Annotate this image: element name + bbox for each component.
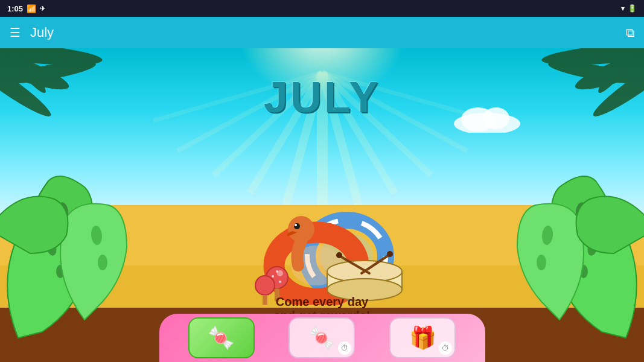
svg-point-63 (279, 281, 281, 283)
status-bar: 1:05 📶 ✈ ▾ 🔋 (0, 0, 644, 17)
month-title: JULY (264, 72, 380, 122)
main-scene: JULY (0, 48, 644, 362)
svg-point-14 (483, 107, 509, 129)
reward-emoji-1: 🍬 (208, 325, 235, 351)
clock-badge-2: ⏱ (338, 341, 351, 355)
reward-item-1[interactable]: 🍬 (188, 317, 255, 358)
cloud-right-svg (451, 103, 523, 133)
scene-svg (220, 178, 425, 305)
reward-item-3[interactable]: 🎁 ⏱ (389, 317, 456, 358)
svg-point-64 (276, 270, 278, 273)
app-bar-title: July (30, 25, 616, 40)
scene-objects (220, 178, 425, 305)
wifi-icon: ▾ (621, 4, 625, 13)
svg-point-56 (336, 252, 342, 258)
reward-emoji-3: 🎁 (409, 325, 436, 351)
cloud-right (451, 103, 523, 135)
clock-badge-3: ⏱ (439, 341, 452, 355)
svg-point-62 (272, 275, 274, 278)
location-icon: ✈ (40, 5, 45, 13)
status-left: 1:05 📶 ✈ (7, 4, 45, 13)
svg-point-47 (295, 224, 297, 226)
status-time: 1:05 (7, 4, 23, 13)
status-right: ▾ 🔋 (621, 4, 637, 13)
menu-icon[interactable]: ☰ (10, 25, 21, 40)
battery-icon: 🔋 (628, 4, 637, 13)
svg-point-46 (294, 223, 300, 229)
share-icon[interactable]: ⧉ (626, 26, 634, 40)
reward-text-line1: Come every day (273, 295, 370, 309)
reward-item-2[interactable]: 🍬 ⏱ (289, 317, 355, 358)
reward-emoji-2: 🍬 (308, 325, 336, 351)
svg-point-57 (387, 251, 393, 257)
signal-icon: 📶 (27, 4, 36, 13)
app-bar: ☰ July ⧉ (0, 17, 644, 48)
rewards-bar: 🍬 🍬 ⏱ 🎁 ⏱ (159, 314, 485, 362)
svg-rect-67 (263, 295, 267, 305)
